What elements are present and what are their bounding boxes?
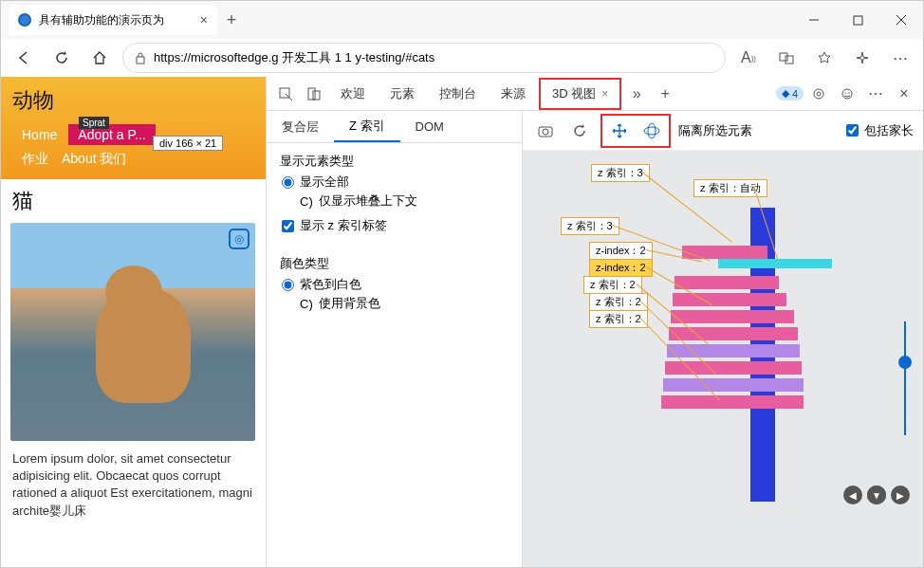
reset-view-icon[interactable] — [566, 118, 593, 144]
isolate-label: 隔离所选元素 — [678, 122, 752, 139]
section-heading: 猫 — [12, 187, 254, 215]
dpad[interactable]: ▲ ◀ · ▶ ▼ — [843, 486, 910, 552]
inspect-dim-tooltip: div 166 × 21 — [153, 136, 223, 151]
zlabel: z 索引：2 — [589, 310, 648, 328]
zlabel: z 索引：2 — [589, 293, 648, 311]
nav-work[interactable]: 作业 — [22, 151, 48, 168]
more-icon[interactable]: ⋯ — [885, 43, 915, 73]
svg-rect-6 — [785, 56, 793, 64]
back-button[interactable] — [9, 43, 39, 73]
sparkle-icon[interactable] — [847, 43, 878, 73]
page-title: 动物 — [12, 86, 254, 115]
svg-point-10 — [814, 89, 823, 99]
device-icon[interactable] — [301, 81, 327, 107]
close-window-button[interactable] — [879, 5, 923, 35]
radio-stacking-only[interactable]: C) 仅显示堆叠上下文 — [282, 192, 508, 210]
section-display-title: 显示元素类型 — [280, 153, 508, 170]
zlabel: z 索引：3 — [591, 164, 650, 182]
check-zindex-labels[interactable]: 显示 z 索引标签 — [282, 217, 508, 234]
svg-rect-4 — [137, 57, 144, 64]
3d-cyan-bar — [718, 259, 832, 268]
home-button[interactable] — [84, 43, 115, 73]
tab-3dview[interactable]: 3D 视图× — [539, 78, 621, 110]
translate-icon[interactable] — [771, 43, 802, 73]
close-devtools-icon[interactable]: × — [891, 81, 917, 107]
refresh-button[interactable] — [46, 43, 77, 73]
subtab-zindex[interactable]: Z 索引 — [334, 112, 400, 142]
svg-point-18 — [648, 123, 656, 138]
url-text: https://microsoftedge.g 开发工具 1 1 y-testi… — [154, 49, 434, 66]
pan-icon[interactable] — [606, 118, 633, 144]
svg-point-13 — [844, 92, 845, 93]
browser-tab[interactable]: 具有辅助功能的演示页为 × — [9, 5, 217, 35]
new-tab-button[interactable]: + — [217, 10, 246, 30]
favorites-icon[interactable] — [809, 43, 840, 73]
add-tab-icon[interactable]: + — [652, 81, 678, 107]
more-tabs-icon[interactable]: » — [623, 81, 650, 107]
section-color-title: 颜色类型 — [280, 255, 508, 272]
check-parents[interactable]: 包括家长 — [846, 122, 914, 139]
zlabel: z-index：2 — [589, 242, 653, 260]
zlabel: z 索引：2 — [583, 276, 642, 294]
feedback-icon[interactable] — [834, 81, 860, 107]
close-tab-icon[interactable]: × — [601, 87, 608, 101]
radio-bgcolor[interactable]: C) 使用背景色 — [282, 295, 508, 312]
tab-elements[interactable]: 元素 — [379, 80, 426, 108]
svg-rect-5 — [780, 53, 787, 61]
svg-point-16 — [543, 129, 548, 135]
close-tab-icon[interactable]: × — [200, 12, 208, 27]
lorem-text: Lorem ipsum dolor, sit amet consectetur … — [1, 441, 266, 529]
dpad-left[interactable]: ◀ — [843, 486, 862, 504]
subtab-layers[interactable]: 复合层 — [267, 113, 334, 141]
dpad-down[interactable]: ▼ — [867, 486, 886, 504]
nav-home[interactable]: Home — [12, 124, 66, 145]
tab-welcome[interactable]: 欢迎 — [329, 80, 377, 108]
screenshot-icon[interactable] — [532, 118, 559, 144]
zoom-slider[interactable] — [904, 321, 906, 435]
svg-point-14 — [848, 92, 849, 93]
webpage-pane: 动物 Sprat Home Adopt a P... 作业 About 我们 d… — [1, 77, 267, 567]
minimize-button[interactable] — [792, 5, 836, 35]
inspect-icon[interactable] — [272, 81, 299, 107]
issues-badge[interactable]: ◆4 — [776, 86, 804, 101]
address-bar[interactable]: https://microsoftedge.g 开发工具 1 1 y-testi… — [122, 43, 726, 73]
radio-show-all[interactable]: 显示全部 — [282, 174, 508, 191]
svg-rect-1 — [854, 16, 862, 25]
svg-point-11 — [817, 92, 821, 96]
view-mode-highlight — [601, 114, 671, 148]
nav-about[interactable]: About 我们 — [62, 151, 126, 168]
3d-canvas[interactable]: z 索引：3 z 索引：自动 z 索引：3 z-index：2 z-index：… — [523, 151, 923, 567]
tab-title: 具有辅助功能的演示页为 — [39, 12, 164, 28]
radio-purple-white[interactable]: 紫色到白色 — [282, 276, 508, 293]
overflow-icon[interactable]: ⋯ — [862, 81, 889, 107]
svg-rect-8 — [308, 88, 315, 100]
zlabel: z 索引：3 — [561, 217, 619, 235]
zlabel-hl: z-index：2 — [589, 259, 653, 277]
inspect-label-tooltip: Sprat — [79, 117, 109, 129]
visual-search-icon[interactable]: ◎ — [229, 229, 249, 249]
dpad-right[interactable]: ▶ — [891, 486, 910, 504]
rotate-icon[interactable] — [638, 118, 665, 144]
tab-sources[interactable]: 来源 — [490, 80, 537, 108]
favicon-icon — [18, 13, 31, 27]
maximize-button[interactable] — [836, 5, 879, 35]
read-aloud-icon[interactable]: A)) — [733, 43, 764, 73]
settings-icon[interactable] — [805, 81, 832, 107]
svg-point-17 — [644, 127, 659, 135]
devtools-pane: 欢迎 元素 控制台 来源 3D 视图× » + ◆4 ⋯ × 复合层 Z 索引 … — [267, 77, 923, 567]
lock-icon — [135, 51, 146, 64]
tab-console[interactable]: 控制台 — [428, 80, 488, 108]
svg-rect-9 — [313, 91, 320, 100]
cat-image: ◎ — [10, 223, 255, 441]
subtab-dom[interactable]: DOM — [400, 114, 459, 139]
